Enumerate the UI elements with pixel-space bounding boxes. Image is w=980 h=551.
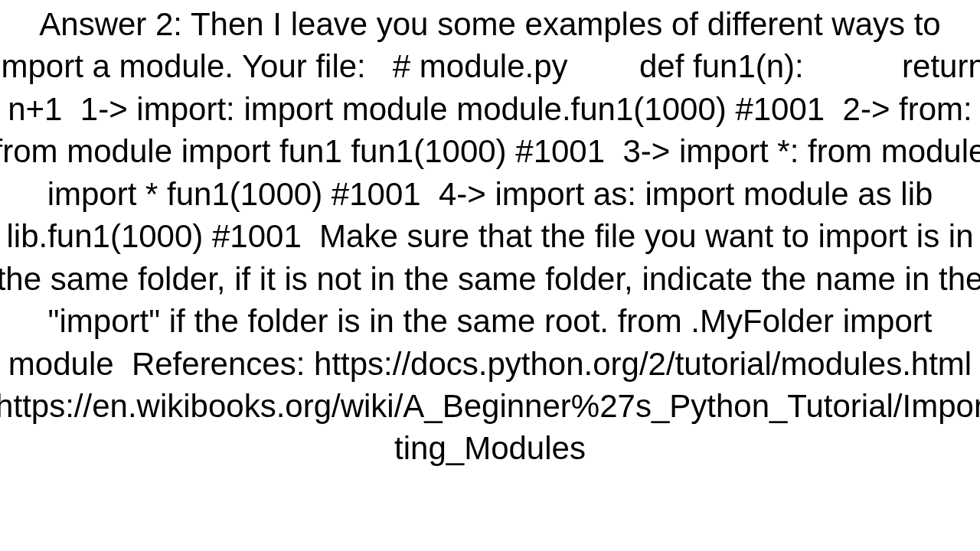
answer-body-text: Answer 2: Then I leave you some examples… [0,3,980,470]
